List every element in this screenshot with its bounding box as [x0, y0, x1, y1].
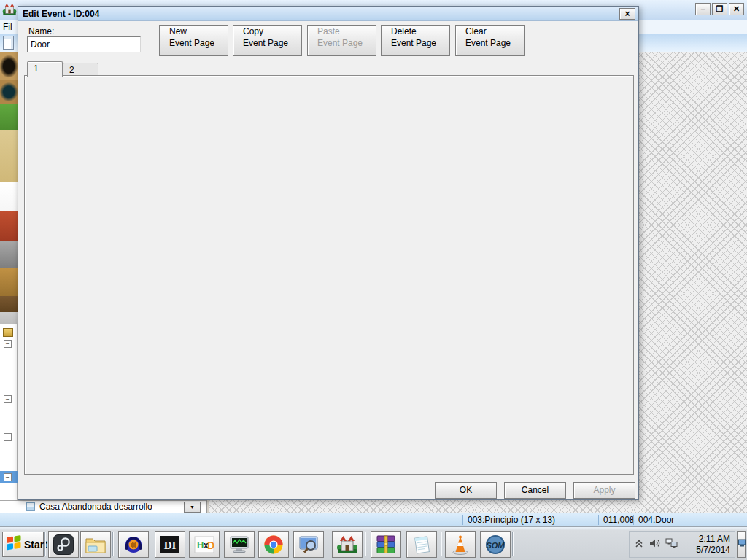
taskbar-separator: [512, 532, 514, 556]
speaker-icon[interactable]: [649, 537, 661, 551]
taskbar-icon-chrome[interactable]: [258, 531, 289, 558]
palette-tile-0[interactable]: [0, 52, 18, 80]
rpg-maker-app-icon: [2, 2, 17, 17]
hxd-editor-icon: HxD: [193, 534, 215, 556]
page-button-line: Event Page: [391, 37, 449, 49]
map-tree-panel: – – – –: [0, 324, 18, 513]
taskbar: Start DIHxDSOM 2:11 AM 5/7/2014: [0, 526, 747, 560]
tab-page-1[interactable]: 1: [27, 61, 63, 77]
winrar-icon: [375, 534, 397, 556]
palette-tile-3[interactable]: [0, 130, 18, 182]
scrollbar-down-arrow[interactable]: ▼: [184, 502, 201, 513]
tree-collapse-icon[interactable]: –: [4, 433, 12, 441]
clock[interactable]: 2:11 AM 5/7/2014: [696, 534, 730, 556]
taskbar-separator: [365, 532, 366, 556]
image-viewer-icon: [298, 534, 320, 556]
di-tool-icon: DI: [159, 534, 181, 556]
status-event-info: 004:Door: [638, 515, 674, 525]
notepad-icon: [411, 534, 433, 556]
cancel-button[interactable]: Cancel: [504, 482, 566, 499]
panel-splitter[interactable]: [206, 500, 209, 513]
file-explorer-icon: [85, 534, 107, 556]
name-label: Name:: [28, 26, 54, 36]
page-button-line: Event Page: [169, 37, 228, 49]
status-coordinates: 011,008: [603, 515, 635, 525]
palette-tile-8[interactable]: [0, 296, 18, 312]
event-name-input[interactable]: [27, 36, 141, 52]
taskbar-icon-vlc[interactable]: [445, 531, 476, 558]
taskbar-icon-notepad[interactable]: [406, 531, 437, 558]
page-button-line: Event Page: [243, 37, 301, 49]
svg-text:DI: DI: [164, 540, 177, 551]
tab-page-2[interactable]: 2: [63, 63, 98, 76]
system-monitor-icon: [228, 534, 250, 556]
clear-event-page-button[interactable]: ClearEvent Page: [455, 25, 525, 56]
page-button-line: Event Page: [465, 37, 524, 49]
delete-event-page-button[interactable]: DeleteEvent Page: [381, 25, 450, 56]
palette-tile-9[interactable]: [0, 312, 18, 324]
taskbar-separator: [441, 532, 442, 556]
palette-tile-2[interactable]: [0, 104, 18, 130]
taskbar-separator: [112, 532, 114, 556]
tree-project-icon[interactable]: [3, 328, 13, 337]
taskbar-icon-winrar[interactable]: [371, 531, 401, 558]
page-button-line: New: [169, 26, 228, 37]
restore-button[interactable]: ❐: [712, 3, 727, 15]
map-tree-bottom: Casa Abandonada desarrollo ▼: [0, 500, 206, 513]
hidden-icons-chevron-icon[interactable]: [634, 537, 644, 551]
page-button-line: Copy: [243, 26, 301, 37]
taskbar-icon-audacity[interactable]: [118, 531, 149, 558]
taskbar-icon-system-monitor[interactable]: [224, 531, 255, 558]
palette-tile-6[interactable]: [0, 241, 18, 268]
page-button-line: Delete: [391, 26, 449, 37]
taskbar-icon-file-explorer[interactable]: [80, 531, 111, 558]
vlc-icon: [449, 534, 471, 556]
network-icon[interactable]: [665, 537, 678, 551]
copy-event-page-button[interactable]: CopyEvent Page: [233, 25, 302, 56]
ok-button[interactable]: OK: [435, 482, 497, 499]
taskbar-icon-rpg-maker[interactable]: [332, 531, 363, 558]
close-button[interactable]: ✕: [729, 3, 744, 15]
event-page-panel: [24, 75, 634, 475]
audacity-icon: [123, 534, 144, 556]
rpg-maker-icon: [336, 534, 358, 556]
taskbar-icon-di-tool[interactable]: DI: [155, 531, 185, 558]
steam-icon: [53, 534, 74, 556]
start-button[interactable]: Start: [2, 532, 44, 557]
taskbar-icon-image-viewer[interactable]: [293, 531, 324, 558]
dialog-close-button[interactable]: ×: [619, 8, 635, 20]
show-desktop-button[interactable]: [737, 531, 746, 558]
tree-collapse-icon[interactable]: –: [4, 473, 12, 481]
paste-event-page-button[interactable]: PasteEvent Page: [307, 25, 376, 56]
edit-event-dialog: Edit Event - ID:004 × Name: NewEvent Pag…: [18, 6, 639, 500]
dialog-titlebar[interactable]: Edit Event - ID:004 ×: [18, 7, 638, 21]
tileset-palette[interactable]: [0, 52, 18, 324]
map-tree-item[interactable]: Casa Abandonada desarrollo: [39, 502, 152, 512]
taskbar-separator: [44, 532, 46, 556]
page-button-line: Clear: [465, 26, 524, 37]
desktop: { "colors": { "script": { "blue":"#0000f…: [0, 0, 747, 560]
palette-tile-5[interactable]: [0, 211, 18, 241]
palette-tile-7[interactable]: [0, 268, 18, 296]
taskbar-icon-som-tool[interactable]: SOM: [480, 531, 511, 558]
new-project-icon[interactable]: [3, 36, 14, 50]
status-map-info: 003:Principio (17 x 13): [468, 515, 555, 525]
system-tray: 2:11 AM 5/7/2014: [629, 531, 735, 558]
palette-tile-1[interactable]: [0, 80, 18, 104]
map-icon: [26, 502, 35, 511]
tree-collapse-icon[interactable]: –: [4, 340, 12, 348]
page-button-line: Paste: [317, 26, 376, 37]
svg-text:SOM: SOM: [486, 540, 505, 549]
chrome-icon: [263, 534, 285, 556]
file-menu[interactable]: Fil: [3, 22, 12, 32]
som-tool-icon: SOM: [484, 534, 506, 556]
taskbar-icon-steam[interactable]: [48, 531, 79, 558]
windows-logo-icon: [6, 534, 22, 554]
tree-collapse-icon[interactable]: –: [4, 395, 12, 403]
apply-button[interactable]: Apply: [573, 482, 635, 499]
dialog-title: Edit Event - ID:004: [23, 9, 99, 19]
palette-tile-4[interactable]: [0, 182, 18, 211]
minimize-button[interactable]: –: [695, 3, 711, 15]
taskbar-icon-hxd-editor[interactable]: HxD: [189, 531, 220, 558]
new-event-page-button[interactable]: NewEvent Page: [159, 25, 228, 56]
